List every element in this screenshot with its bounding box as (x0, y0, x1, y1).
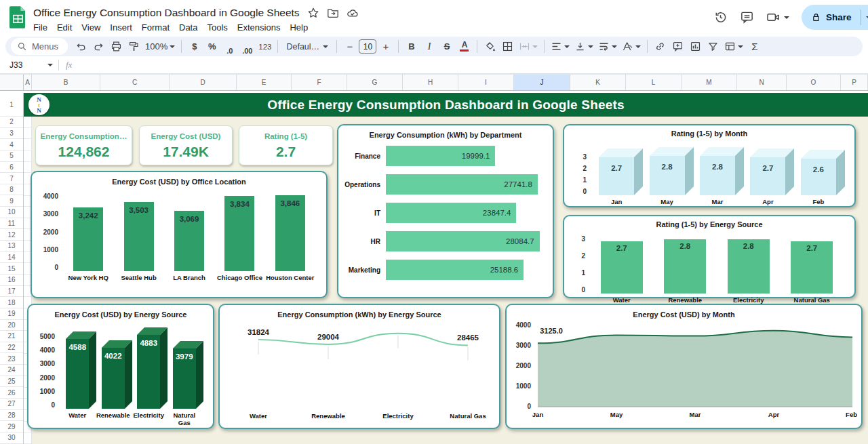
row-header-16[interactable]: 16 (0, 275, 23, 286)
column-header-I[interactable]: I (458, 75, 514, 90)
row-header-10[interactable]: 10 (0, 207, 23, 218)
name-box[interactable]: J33 (0, 56, 58, 73)
bold-button[interactable]: B (403, 38, 420, 55)
decrease-decimal-button[interactable]: .0 (221, 38, 238, 55)
kpi-card-2[interactable]: Energy Cost (USD)17.49K (139, 125, 233, 165)
column-header-H[interactable]: H (403, 75, 458, 90)
insert-chart-button[interactable] (687, 38, 704, 55)
functions-button[interactable]: Σ (746, 38, 763, 55)
row-header-8[interactable]: 8 (0, 184, 23, 196)
column-header-A[interactable]: A (24, 75, 32, 90)
column-header-O[interactable]: O (787, 75, 841, 90)
undo-button[interactable] (73, 38, 90, 55)
menus-search[interactable]: Menus (11, 38, 68, 55)
row-header-2[interactable]: 2 (0, 117, 23, 128)
row-header-23[interactable]: 23 (0, 353, 23, 365)
fill-color-button[interactable] (481, 38, 498, 55)
menu-view[interactable]: View (77, 22, 105, 33)
create-filter-button[interactable] (705, 38, 722, 55)
sheets-logo-icon[interactable] (9, 6, 26, 28)
row-header-21[interactable]: 21 (0, 331, 23, 342)
text-rotation-button[interactable] (620, 38, 643, 55)
menu-data[interactable]: Data (174, 22, 202, 33)
row-header-3[interactable]: 3 (0, 128, 23, 140)
horizontal-align-button[interactable] (549, 38, 572, 55)
row-header-1[interactable]: 1 (0, 93, 23, 117)
number-format-button[interactable]: 123 (256, 38, 273, 55)
star-icon[interactable] (307, 7, 319, 19)
row-header-19[interactable]: 19 (0, 308, 23, 320)
row-header-22[interactable]: 22 (0, 342, 23, 354)
chart-card-consumption-by-department[interactable]: Energy Consumption (kWh) by Department F… (337, 124, 554, 298)
video-call-button[interactable] (766, 10, 789, 24)
row-header-9[interactable]: 9 (0, 195, 23, 207)
column-header-F[interactable]: F (292, 75, 347, 90)
font-select[interactable]: Defaul… (282, 38, 332, 55)
kpi-card-1[interactable]: Energy Consumption…124,862 (35, 125, 132, 165)
select-all-corner[interactable] (0, 75, 24, 90)
column-header-M[interactable]: M (682, 75, 737, 90)
row-header-28[interactable]: 28 (0, 410, 23, 422)
row-header-26[interactable]: 26 (0, 387, 23, 399)
italic-button[interactable]: I (420, 38, 437, 55)
row-header-17[interactable]: 17 (0, 286, 23, 298)
menu-tools[interactable]: Tools (202, 22, 232, 33)
cloud-status-icon[interactable] (347, 7, 359, 19)
print-button[interactable] (108, 38, 125, 55)
row-header-5[interactable]: 5 (0, 150, 23, 162)
menu-extensions[interactable]: Extensions (233, 22, 285, 33)
menu-insert[interactable]: Insert (105, 22, 137, 33)
column-header-D[interactable]: D (170, 75, 237, 90)
row-header-7[interactable]: 7 (0, 173, 23, 184)
merge-cells-button[interactable] (517, 38, 540, 55)
borders-button[interactable] (499, 38, 516, 55)
chart-card-consumption-by-source[interactable]: Energy Consumption (kWh) by Energy Sourc… (218, 304, 500, 429)
strikethrough-button[interactable]: S (438, 38, 455, 55)
text-color-button[interactable]: A (456, 38, 473, 55)
row-header-13[interactable]: 13 (0, 241, 23, 252)
chart-card-rating-by-month[interactable]: Rating (1-5) by Month 32102.72.82.82.72.… (563, 124, 856, 207)
share-button[interactable]: Share (802, 5, 868, 30)
row-header-25[interactable]: 25 (0, 376, 23, 388)
column-header-C[interactable]: C (100, 75, 170, 90)
chart-card-rating-by-source[interactable]: Rating (1-5) by Energy Source 32102.72.8… (563, 215, 856, 298)
row-header-14[interactable]: 14 (0, 252, 23, 264)
share-dropdown-icon[interactable] (866, 16, 868, 19)
row-header-18[interactable]: 18 (0, 297, 23, 308)
column-header-K[interactable]: K (570, 75, 626, 90)
zoom-select[interactable]: 100% (143, 38, 177, 55)
menu-help[interactable]: Help (285, 22, 313, 33)
insert-comment-button[interactable] (669, 38, 686, 55)
text-wrap-button[interactable] (596, 38, 619, 55)
formula-input[interactable] (72, 56, 868, 73)
paint-format-button[interactable] (125, 38, 142, 55)
row-header-27[interactable]: 27 (0, 399, 23, 410)
vertical-align-button[interactable] (572, 38, 595, 55)
chart-card-cost-by-month[interactable]: Energy Cost (USD) by Month 4000300020001… (505, 304, 863, 429)
row-header-24[interactable]: 24 (0, 365, 23, 376)
menu-edit[interactable]: Edit (52, 22, 77, 33)
row-header-11[interactable]: 11 (0, 218, 23, 230)
row-header-29[interactable]: 29 (0, 421, 23, 432)
decrease-font-size-button[interactable]: − (341, 38, 358, 55)
column-header-J[interactable]: J (514, 75, 570, 90)
row-header-6[interactable]: 6 (0, 162, 23, 174)
row-header-12[interactable]: 12 (0, 229, 23, 241)
increase-decimal-button[interactable]: .00 (239, 38, 256, 55)
column-header-B[interactable]: B (32, 75, 100, 90)
comments-icon[interactable] (740, 10, 754, 24)
column-header-G[interactable]: G (347, 75, 403, 90)
font-size-input[interactable]: 10 (359, 39, 376, 54)
chart-card-cost-by-location[interactable]: Energy Cost (USD) by Office Location 400… (31, 171, 328, 298)
row-header-4[interactable]: 4 (0, 139, 23, 150)
format-currency-button[interactable]: $ (186, 38, 203, 55)
column-header-P[interactable]: P (841, 75, 868, 90)
column-header-L[interactable]: L (626, 75, 682, 90)
redo-button[interactable] (90, 38, 107, 55)
menu-format[interactable]: Format (137, 22, 174, 33)
row-header-20[interactable]: 20 (0, 320, 23, 331)
increase-font-size-button[interactable]: + (377, 38, 394, 55)
kpi-card-3[interactable]: Rating (1-5)2.7 (239, 125, 333, 165)
format-percent-button[interactable]: % (203, 38, 220, 55)
history-icon[interactable] (713, 10, 728, 24)
